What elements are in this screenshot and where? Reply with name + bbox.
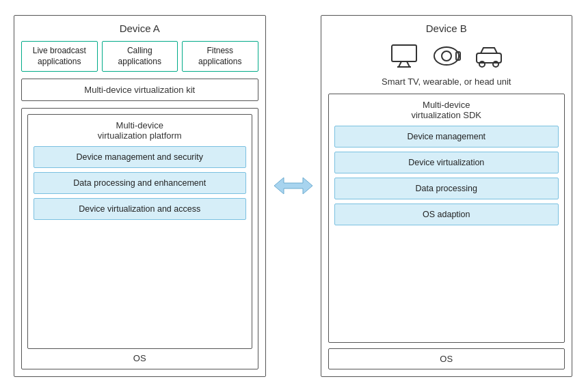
- device-b-box: Device B Smart TV, wea: [321, 15, 573, 377]
- device-a-title: Device A: [21, 23, 258, 34]
- app-calling: Callingapplications: [102, 41, 178, 72]
- kit-box: Multi-device virtualization kit: [21, 79, 258, 101]
- device-a-box: Device A Live broadcastapplications Call…: [14, 15, 266, 377]
- svg-line-2: [399, 61, 401, 67]
- sdk-device-mgmt: Device management: [334, 126, 559, 148]
- device-icons-row: [328, 41, 565, 71]
- device-b-title: Device B: [328, 23, 565, 34]
- app-fitness: Fitnessapplications: [182, 41, 258, 72]
- arrow-container: [273, 173, 314, 219]
- wearable-icon: [431, 44, 462, 68]
- sdk-title: Multi-devicevirtualization SDK: [334, 100, 559, 120]
- sdk-device-virt: Device virtualization: [334, 152, 559, 173]
- os-label-a: OS: [27, 349, 252, 363]
- tv-icon: [389, 44, 419, 68]
- inner-device-virt: Device virtualization and access: [34, 198, 246, 220]
- app-row: Live broadcastapplications Callingapplic…: [21, 41, 258, 72]
- svg-marker-0: [274, 178, 312, 194]
- platform-title: Multi-devicevirtualization platform: [34, 120, 246, 141]
- app-live-broadcast: Live broadcastapplications: [21, 41, 98, 72]
- svg-point-5: [434, 47, 459, 65]
- inner-device-mgmt: Device management and security: [34, 146, 246, 168]
- svg-point-6: [442, 51, 451, 61]
- svg-line-3: [407, 61, 410, 67]
- diagram: Device A Live broadcastapplications Call…: [0, 0, 586, 392]
- os-label-b: OS: [328, 348, 565, 369]
- device-b-subtitle: Smart TV, wearable, or head unit: [328, 76, 565, 87]
- svg-rect-1: [392, 45, 416, 61]
- double-arrow-icon: [274, 173, 312, 198]
- inner-data-proc: Data processing and enhancement: [34, 172, 246, 194]
- sdk-data-proc: Data processing: [334, 178, 559, 199]
- os-outer-a: Multi-devicevirtualization platform Devi…: [21, 108, 258, 369]
- car-icon: [474, 44, 504, 68]
- sdk-box: Multi-devicevirtualization SDK Device ma…: [328, 94, 565, 343]
- platform-box: Multi-devicevirtualization platform Devi…: [27, 114, 252, 349]
- sdk-os-adaption: OS adaption: [334, 204, 559, 225]
